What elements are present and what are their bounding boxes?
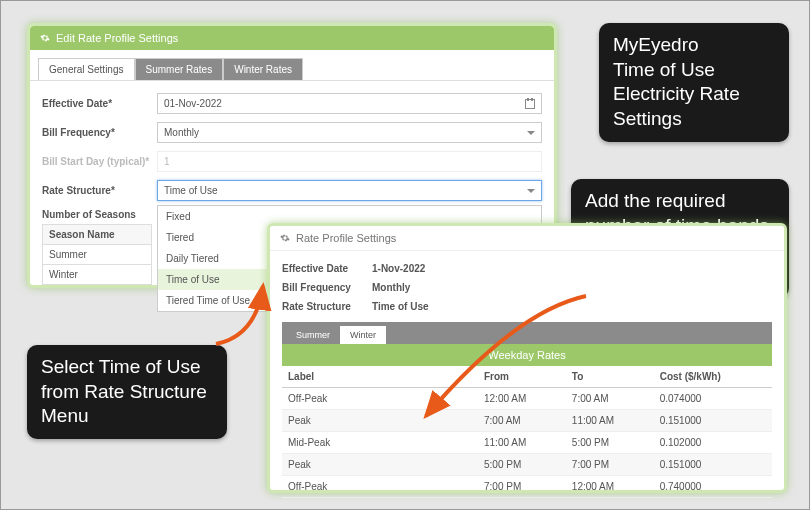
value-effective-date: 01-Nov-2022 [164,98,222,109]
cell-from: 5:00 PM [478,454,566,476]
panel1-title: Edit Rate Profile Settings [56,32,178,44]
value-rate-structure: Time of Use [164,185,218,196]
gear-icon [280,233,290,243]
select-bill-frequency[interactable]: Monthly [157,122,542,143]
col-label: Label [282,366,478,388]
season-tab-summer[interactable]: Summer [286,326,340,344]
label-num-seasons: Number of Seasons [42,209,136,220]
panel2-header: Rate Profile Settings [270,226,784,251]
label-effective-date-2: Effective Date [282,263,372,274]
rates-table: Label From To Cost ($/kWh) Off-Peak12:00… [282,366,772,498]
cell-to: 7:00 AM [566,388,654,410]
cell-from: 7:00 PM [478,476,566,498]
cell-to: 7:00 PM [566,454,654,476]
rates-title: Weekday Rates [282,344,772,366]
season-table: Season Name Summer Winter [42,224,152,285]
cell-label: Peak [282,454,478,476]
season-tab-winter[interactable]: Winter [340,326,386,344]
cell-cost: 0.740000 [654,476,772,498]
tab-general-settings[interactable]: General Settings [38,58,135,80]
cell-from: 7:00 AM [478,410,566,432]
table-row[interactable]: Off-Peak12:00 AM7:00 AM0.074000 [282,388,772,410]
cell-to: 5:00 PM [566,432,654,454]
select-rate-structure[interactable]: Time of Use [157,180,542,201]
value-bill-frequency-2: Monthly [372,282,410,293]
cell-to: 11:00 AM [566,410,654,432]
value-effective-date-2: 1-Nov-2022 [372,263,425,274]
season-header: Season Name [43,225,152,245]
cell-from: 12:00 AM [478,388,566,410]
cell-cost: 0.151000 [654,410,772,432]
callout-select-tou: Select Time of Usefrom Rate StructureMen… [27,345,227,439]
panel1-tabs: General Settings Summer Rates Winter Rat… [30,50,554,81]
col-cost: Cost ($/kWh) [654,366,772,388]
calendar-icon[interactable] [525,99,535,109]
value-bill-start-day: 1 [164,156,170,167]
input-bill-start-day: 1 [157,151,542,172]
cell-cost: 0.102000 [654,432,772,454]
panel2-title: Rate Profile Settings [296,232,396,244]
chevron-down-icon [527,189,535,193]
cell-to: 12:00 AM [566,476,654,498]
gear-icon [40,33,50,43]
label-effective-date: Effective Date* [42,98,157,109]
tab-winter-rates[interactable]: Winter Rates [223,58,303,80]
tab-summer-rates[interactable]: Summer Rates [135,58,224,80]
value-rate-structure-2: Time of Use [372,301,429,312]
label-rate-structure-2: Rate Structure [282,301,372,312]
label-rate-structure: Rate Structure* [42,185,157,196]
value-bill-frequency: Monthly [164,127,199,138]
table-row[interactable]: Peak7:00 AM11:00 AM0.151000 [282,410,772,432]
panel1-header: Edit Rate Profile Settings [30,26,554,50]
table-row[interactable]: Peak5:00 PM7:00 PM0.151000 [282,454,772,476]
cell-cost: 0.074000 [654,388,772,410]
season-row[interactable]: Winter [43,265,152,285]
rate-profile-panel: Rate Profile Settings Effective Date 1-N… [267,223,787,493]
season-tabs: Summer Winter [282,322,772,344]
cell-cost: 0.151000 [654,454,772,476]
table-row[interactable]: Mid-Peak11:00 AM5:00 PM0.102000 [282,432,772,454]
label-bill-frequency-2: Bill Frequency [282,282,372,293]
cell-from: 11:00 AM [478,432,566,454]
col-to: To [566,366,654,388]
cell-label: Peak [282,410,478,432]
cell-label: Mid-Peak [282,432,478,454]
col-from: From [478,366,566,388]
cell-label: Off-Peak [282,388,478,410]
label-bill-frequency: Bill Frequency* [42,127,157,138]
callout-title: MyEyedroTime of UseElectricity RateSetti… [599,23,789,142]
chevron-down-icon [527,131,535,135]
table-row[interactable]: Off-Peak7:00 PM12:00 AM0.740000 [282,476,772,498]
label-bill-start-day: Bill Start Day (typical)* [42,156,157,167]
season-row[interactable]: Summer [43,245,152,265]
cell-label: Off-Peak [282,476,478,498]
input-effective-date[interactable]: 01-Nov-2022 [157,93,542,114]
